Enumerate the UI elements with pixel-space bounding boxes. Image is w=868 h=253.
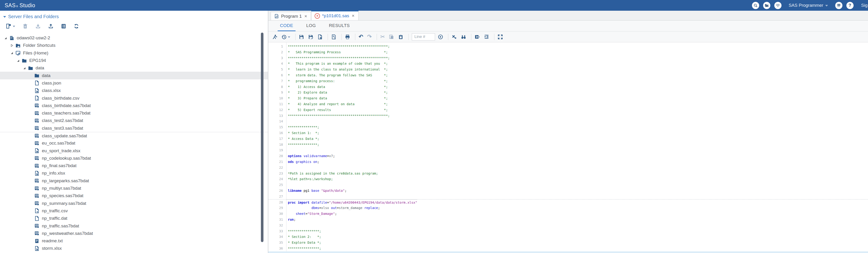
sidebar-scrollbar-thumb[interactable] <box>261 33 264 242</box>
view-tab-code[interactable]: CODE <box>278 21 296 31</box>
expander-closed-icon[interactable] <box>10 44 13 47</box>
code-line-4: 4* This program is an example of code th… <box>268 61 868 66</box>
code-line-text <box>286 182 288 188</box>
tree-item-np-final-sas7bdat[interactable]: np_final.sas7bdat <box>0 162 268 169</box>
apps-grid-button[interactable] <box>774 2 781 9</box>
new-button[interactable] <box>6 23 16 29</box>
tree-item-np-traffic-dat[interactable]: np_traffic.dat <box>0 215 268 222</box>
go-to-line-button[interactable] <box>438 34 443 39</box>
code-line-text <box>286 118 288 124</box>
expander-spacer <box>29 232 32 235</box>
tree-item-eu-occ-sas7bdat[interactable]: eu_occ.sas7bdat <box>0 139 268 147</box>
clear-code-button[interactable] <box>452 34 457 39</box>
expander-spacer <box>29 202 32 205</box>
tab-label: *p101d01.sas <box>322 13 349 19</box>
chevron-down-icon <box>825 5 828 6</box>
tree-item-class-test2-sas7bdat[interactable]: class_test2.sas7bdat <box>0 117 268 124</box>
view-tab-label: CODE <box>280 23 293 28</box>
close-tab-icon[interactable]: ✕ <box>304 14 308 19</box>
tree-item-np-info-xlsx[interactable]: np_info.xlsx <box>0 169 268 177</box>
tree-item-np-multiyr-sas7bdat[interactable]: np_multiyr.sas7bdat <box>0 185 268 192</box>
batch-submit-button[interactable] <box>474 34 480 39</box>
expander-open-icon[interactable] <box>16 59 20 62</box>
submission-history-button[interactable] <box>281 34 290 39</box>
expander-open-icon[interactable] <box>10 51 13 55</box>
tree-item-np-codelookup-sas7bdat[interactable]: np_codelookup.sas7bdat <box>0 154 268 162</box>
close-tab-icon[interactable]: ✕ <box>351 13 355 19</box>
tree-item-class-teachers-sas7bdat[interactable]: class_teachers.sas7bdat <box>0 109 268 117</box>
batch-submit-icon <box>474 34 480 39</box>
upload-button[interactable] <box>48 23 54 29</box>
dataset-icon <box>34 201 39 206</box>
code-editor[interactable]: 1***************************************… <box>268 43 868 253</box>
tree-item-np-traffic-sas7bdat[interactable]: np_traffic.sas7bdat <box>0 222 268 229</box>
code-line-text: ***************; <box>286 142 319 147</box>
tree-item-folder-shortcuts[interactable]: Folder Shortcuts <box>0 42 268 49</box>
code-line-text: * 3) Prepare data *; <box>286 95 388 101</box>
open-folder-button[interactable] <box>763 2 770 9</box>
tab-program-1[interactable]: Program 1✕ <box>271 12 311 20</box>
excel-icon <box>34 88 39 93</box>
line-number: 33 <box>268 228 286 234</box>
edit-program-button[interactable] <box>331 34 337 39</box>
tree-item-class-xlsx[interactable]: class.xlsx <box>0 87 268 94</box>
code-line-10: 10* 3) Prepare data *; <box>268 95 868 101</box>
undo-button[interactable]: ↶ <box>359 34 363 39</box>
search-button[interactable] <box>752 2 759 9</box>
format-code-button[interactable] <box>484 34 489 39</box>
tree-item-class-update-sas7bdat[interactable]: class_update.sas7bdat <box>0 132 268 139</box>
help-button[interactable]: ? <box>846 2 854 9</box>
navigation-pane: Server Files and Folders odaws02-usw2-2F… <box>0 11 268 253</box>
tree-item-class-test3-sas7bdat[interactable]: class_test3.sas7bdat <box>0 124 268 132</box>
dataset-icon <box>34 156 39 161</box>
expander-open-icon[interactable] <box>4 36 7 40</box>
tree-item-np-largeparks-sas7bdat[interactable]: np_largeparks.sas7bdat <box>0 177 268 185</box>
tree-item-np-species-sas7bdat[interactable]: np_species.sas7bdat <box>0 192 268 199</box>
csv-icon <box>34 95 39 101</box>
maximize-button[interactable] <box>498 34 503 39</box>
code-line-text: ***************; <box>286 124 319 130</box>
delete-button[interactable] <box>22 23 28 29</box>
search-icon <box>753 3 758 8</box>
line-number: 3 <box>268 55 286 61</box>
program-summary-button[interactable] <box>317 34 323 39</box>
tree-item-np-westweather-sas7bdat[interactable]: np_westweather.sas7bdat <box>0 230 268 237</box>
tree-item-class-json[interactable]: class.json <box>0 79 268 87</box>
user-menu[interactable]: SAS Programmer <box>789 3 828 8</box>
tree-item-files-home-[interactable]: Files (Home) <box>0 49 268 57</box>
tree-item-np-traffic-csv[interactable]: np_traffic.csv <box>0 207 268 215</box>
find-replace-button[interactable] <box>461 34 466 39</box>
properties-button[interactable] <box>61 23 66 29</box>
dataset-icon <box>34 141 39 146</box>
download-button[interactable] <box>35 23 41 29</box>
line-number-input[interactable] <box>412 33 435 40</box>
expander-open-icon[interactable] <box>23 66 26 70</box>
save-button[interactable] <box>299 34 304 39</box>
view-tab-results[interactable]: RESULTS <box>327 21 352 31</box>
view-tab-log[interactable]: LOG <box>304 21 318 31</box>
tree-item-np-summary-sas7bdat[interactable]: np_summary.sas7bdat <box>0 200 268 207</box>
tree-item-readme-txt[interactable]: readme.txt <box>0 237 268 245</box>
refresh-button[interactable] <box>73 23 79 29</box>
sign-out-link[interactable]: Sig <box>861 3 868 8</box>
tree-item-epg194[interactable]: EPG194 <box>0 57 268 64</box>
server-menu-button[interactable] <box>835 2 842 9</box>
save-as-button[interactable] <box>308 34 313 39</box>
cut-button[interactable]: ✂ <box>380 34 385 39</box>
tree-item-data[interactable]: data <box>0 64 268 72</box>
code-log-results-tabs: CODELOGRESULTS <box>268 21 868 31</box>
tree-item-class-birthdate-sas7bdat[interactable]: class_birthdate.sas7bdat <box>0 102 268 109</box>
tree-item-eu-sport-trade-xlsx[interactable]: eu_sport_trade.xlsx <box>0 147 268 154</box>
tab--p101d01-sas[interactable]: ✕*p101d01.sas✕ <box>311 11 359 20</box>
redo-button[interactable]: ↷ <box>367 34 372 39</box>
properties-icon <box>61 23 66 29</box>
tree-item-class-birthdate-csv[interactable]: class_birthdate.csv <box>0 94 268 102</box>
tree-item-data[interactable]: data <box>0 72 268 79</box>
tree-item-odaws02-usw2-2[interactable]: odaws02-usw2-2 <box>0 34 268 42</box>
paste-button[interactable] <box>398 34 403 39</box>
copy-button[interactable] <box>389 34 394 39</box>
print-button[interactable] <box>345 34 350 39</box>
section-server-files-and-folders[interactable]: Server Files and Folders <box>3 14 59 19</box>
run-button[interactable] <box>272 34 277 39</box>
tree-item-storm-xlsx[interactable]: storm.xlsx <box>0 245 268 252</box>
